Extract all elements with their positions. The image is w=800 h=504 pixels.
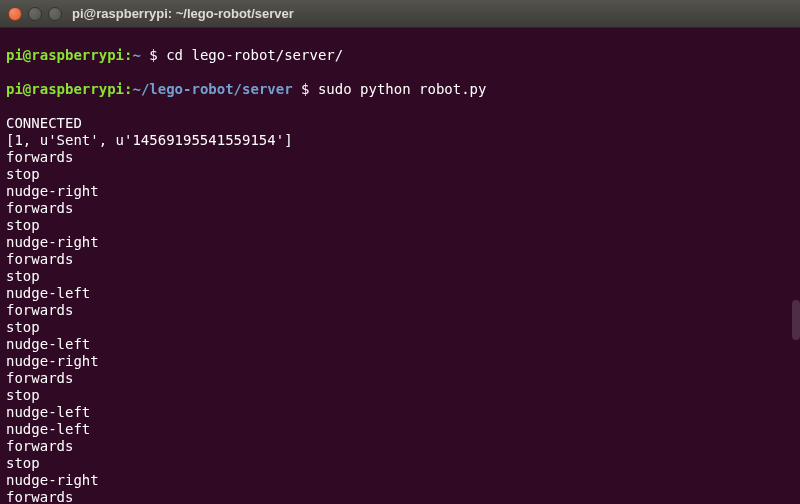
output-line: CONNECTED [6,115,794,132]
prompt-line: pi@raspberrypi:~/lego-robot/server $ sud… [6,81,794,98]
output-line: nudge-left [6,421,794,438]
command-text: cd lego-robot/server/ [166,47,343,63]
prompt-path: ~ [132,47,140,63]
terminal-area[interactable]: pi@raspberrypi:~ $ cd lego-robot/server/… [0,28,800,504]
prompt-user: pi@raspberrypi [6,47,124,63]
output-line: nudge-left [6,336,794,353]
output-line: nudge-right [6,234,794,251]
output-line: nudge-left [6,404,794,421]
scrollbar-thumb[interactable] [792,300,800,340]
prompt-path: ~/lego-robot/server [132,81,292,97]
output-line: stop [6,268,794,285]
output-lines: CONNECTED[1, u'Sent', u'1456919554155915… [6,115,794,504]
maximize-icon[interactable] [48,7,62,21]
output-line: [1, u'Sent', u'14569195541559154'] [6,132,794,149]
output-line: nudge-right [6,472,794,489]
output-line: nudge-right [6,353,794,370]
close-icon[interactable] [8,7,22,21]
prompt-dollar: $ [293,81,318,97]
minimize-icon[interactable] [28,7,42,21]
output-line: nudge-left [6,285,794,302]
prompt-user: pi@raspberrypi [6,81,124,97]
window-titlebar: pi@raspberrypi: ~/lego-robot/server [0,0,800,28]
prompt-dollar: $ [141,47,166,63]
window-title: pi@raspberrypi: ~/lego-robot/server [72,6,294,21]
output-line: forwards [6,200,794,217]
window-controls [8,7,62,21]
output-line: stop [6,455,794,472]
output-line: stop [6,217,794,234]
output-line: forwards [6,489,794,504]
command-text: sudo python robot.py [318,81,487,97]
output-line: stop [6,319,794,336]
output-line: forwards [6,251,794,268]
output-line: forwards [6,302,794,319]
output-line: forwards [6,149,794,166]
output-line: forwards [6,370,794,387]
output-line: nudge-right [6,183,794,200]
output-line: stop [6,166,794,183]
prompt-line: pi@raspberrypi:~ $ cd lego-robot/server/ [6,47,794,64]
output-line: stop [6,387,794,404]
output-line: forwards [6,438,794,455]
